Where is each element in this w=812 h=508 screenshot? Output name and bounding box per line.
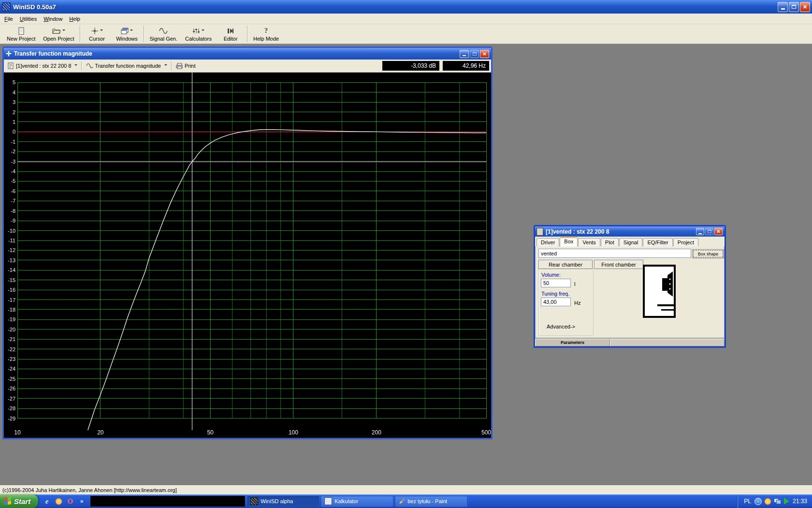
y-tick-label: -27 <box>8 396 15 402</box>
plot-restore-button[interactable] <box>470 50 479 58</box>
winisd-task-icon <box>250 497 258 505</box>
tab-driver[interactable]: Driver <box>536 238 559 247</box>
taskbar-button-bez-tytu-u-paint[interactable]: 🖌bez tytułu - Paint <box>395 496 467 507</box>
sun-tray-icon[interactable] <box>765 498 771 505</box>
overflow-chevron-icon[interactable]: » <box>78 497 86 505</box>
document-icon <box>536 228 543 236</box>
y-tick-label: -2 <box>11 149 15 154</box>
tuning-input[interactable]: 43,00 <box>541 298 571 306</box>
plot-close-button[interactable]: ✕ <box>480 50 489 58</box>
y-tick-label: -10 <box>8 228 15 234</box>
volume-input[interactable]: 50 <box>541 279 571 287</box>
menu-item-window[interactable]: Window <box>40 15 66 23</box>
calculator-task-icon <box>324 497 332 505</box>
main-toolbar: New ProjectOpen ProjectCursorWindowsSign… <box>0 24 812 44</box>
tab-plot[interactable]: Plot <box>601 238 619 247</box>
network-icon[interactable] <box>774 498 781 504</box>
tuning-unit: Hz <box>574 300 580 306</box>
crosshair-icon: ✛ <box>6 50 12 58</box>
y-tick-label: -11 <box>8 238 15 243</box>
y-tick-label: 5 <box>13 79 15 85</box>
new-project-button[interactable]: New Project <box>3 24 39 44</box>
sun-app-icon[interactable] <box>55 497 62 505</box>
tab-signal[interactable]: Signal <box>619 238 643 247</box>
chevron-down-icon <box>130 30 133 32</box>
magnitude-chart[interactable]: 102050100200500543210-1-2-3-4-5-6-7-8-9-… <box>4 73 491 438</box>
hide-icons-chevron-icon[interactable]: ‹ <box>754 498 762 505</box>
menu-item-help[interactable]: Help <box>66 15 84 23</box>
plot-minimize-button[interactable] <box>460 50 469 58</box>
clock[interactable]: 21:33 <box>793 498 807 505</box>
transfer-function-window: ✛ Transfer function magnitude ✕ [1]vente… <box>2 46 493 439</box>
editor-button[interactable]: Editor <box>216 24 246 44</box>
x-tick-label: 500 <box>481 429 491 436</box>
project-selector[interactable]: [1]vented : stx 22 200 8 <box>5 60 80 71</box>
help-mode-icon: ? <box>264 27 268 35</box>
maximize-button[interactable] <box>789 2 799 12</box>
y-tick-label: -28 <box>8 405 15 411</box>
menu-item-file[interactable]: File <box>1 15 16 23</box>
toolbar-button-label: Editor <box>224 36 238 42</box>
rear-chamber-panel: Volume: 50 l Tuning freq. 43,00 Hz Advan… <box>538 269 594 336</box>
tab-eqfilter[interactable]: EQ/Filter <box>643 238 672 247</box>
tab-project[interactable]: Project <box>673 238 698 247</box>
advanced-button[interactable]: Advanced-> <box>547 324 575 329</box>
plot-type-selector[interactable]: Transfer function magnitude <box>84 60 170 71</box>
box-shape-button[interactable]: Box shape <box>692 249 724 258</box>
parameters-header[interactable]: Parameters <box>535 339 610 346</box>
plot-window-title-bar[interactable]: ✛ Transfer function magnitude ✕ <box>4 48 491 60</box>
main-title-bar: WinISD 0.50a7 ✕ <box>0 0 812 14</box>
project-selector-value: [1]vented : stx 22 200 8 <box>16 63 71 69</box>
help-mode-button[interactable]: ?Help Mode <box>249 24 283 44</box>
calculators-icon <box>192 27 200 35</box>
task-label: Kalkulator <box>334 498 358 504</box>
menu-item-utilities[interactable]: Utilities <box>16 15 40 23</box>
open-project-icon <box>52 27 61 35</box>
windows-button[interactable]: Windows <box>112 24 142 44</box>
cursor-level-readout: -3,033 dB <box>382 61 439 71</box>
quick-launch: eO» <box>43 497 86 505</box>
volume-unit: l <box>574 281 575 287</box>
taskbar-button-winisd-alpha[interactable]: WinISD alpha <box>247 496 319 507</box>
taskbar-button-kalkulator[interactable]: Kalkulator <box>321 496 393 507</box>
minimize-button[interactable] <box>778 2 788 12</box>
close-button[interactable]: ✕ <box>800 2 810 12</box>
y-tick-label: -18 <box>8 307 15 313</box>
opera-icon[interactable]: O <box>66 497 74 505</box>
box-close-button[interactable]: ✕ <box>714 228 723 235</box>
signal-gen--button[interactable]: Signal Gen. <box>146 24 181 44</box>
cursor-button[interactable]: Cursor <box>82 24 112 44</box>
y-tick-label: -14 <box>8 267 15 273</box>
player-icon[interactable] <box>784 498 789 505</box>
box-type-input[interactable]: vented <box>538 249 691 258</box>
box-maximize-button[interactable] <box>705 228 713 235</box>
y-tick-label: -8 <box>11 208 15 214</box>
x-tick-label: 20 <box>97 429 104 436</box>
parameters-bar: Parameters <box>535 338 725 346</box>
status-bar: (c)1996-2004 Juha Hartikainen, Janne Aho… <box>0 485 812 494</box>
box-window-tabs: DriverBoxVentsPlotSignalEQ/FilterProject <box>535 237 725 246</box>
rear-chamber-tab[interactable]: Rear chamber <box>538 260 593 269</box>
language-indicator[interactable]: PL <box>744 498 751 505</box>
redacted-area <box>90 496 245 507</box>
toolbar-button-label: Windows <box>116 36 138 42</box>
box-window-title-bar[interactable]: [1]vented : stx 22 200 8 ✕ <box>535 226 725 237</box>
y-tick-label: -13 <box>8 257 15 263</box>
y-tick-label: -17 <box>8 297 15 303</box>
x-tick-label: 50 <box>207 429 214 436</box>
print-button[interactable]: Print <box>174 60 198 71</box>
internet-explorer-icon[interactable]: e <box>43 497 51 505</box>
y-tick-label: -9 <box>11 218 15 224</box>
y-tick-label: -5 <box>11 179 15 184</box>
start-button[interactable]: Start <box>0 494 38 508</box>
box-minimize-button[interactable] <box>696 228 704 235</box>
y-tick-label: -12 <box>8 247 15 253</box>
y-tick-label: -20 <box>8 327 15 332</box>
tab-box[interactable]: Box <box>560 237 578 247</box>
open-project-button[interactable]: Open Project <box>39 24 78 44</box>
tab-vents[interactable]: Vents <box>578 238 600 247</box>
calculators-button[interactable]: Calculators <box>181 24 216 44</box>
plot-window-title: Transfer function magnitude <box>14 50 92 57</box>
toolbar-separator <box>247 26 248 42</box>
front-chamber-tab[interactable]: Front chamber <box>594 260 643 269</box>
